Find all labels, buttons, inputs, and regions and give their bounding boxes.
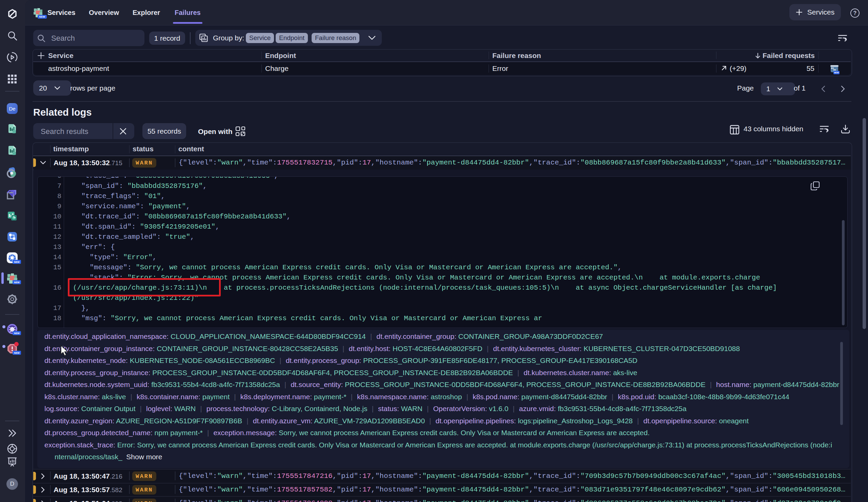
svg-text:?: ? (854, 10, 857, 16)
